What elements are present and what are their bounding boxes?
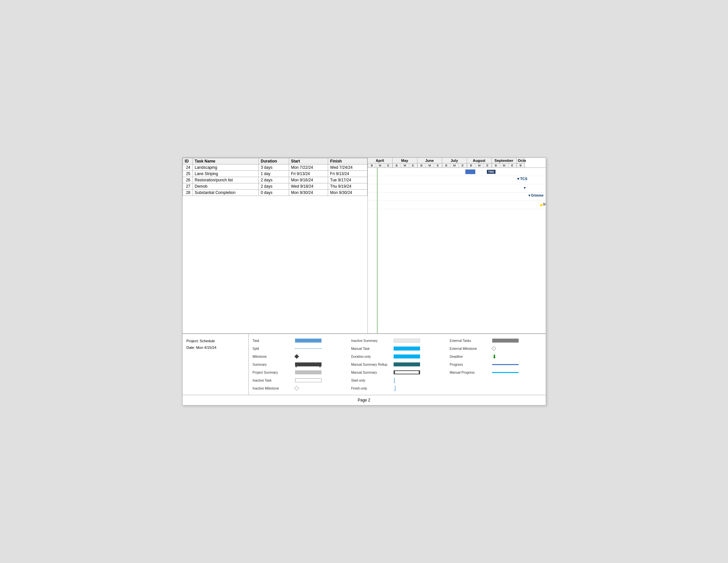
month-column: MayBME [393, 158, 417, 167]
legend-inactive-task-symbol [295, 378, 345, 383]
table-row: 28 Substantial Completion 0 days Mon 9/3… [183, 190, 367, 196]
cell-finish: Tue 9/17/24 [328, 177, 367, 183]
legend-proj-summary: Project Summary [253, 368, 345, 376]
month-label: April [368, 158, 392, 163]
sub-label: B [368, 163, 376, 167]
legend-man-sum-label: Manual Summary [351, 371, 391, 374]
chart-body: ▼TCS ▼ ▼Grimme ◆ 9/3 TBD [368, 168, 546, 333]
cell-id: 25 [183, 171, 193, 177]
legend-deadline: Deadline ⬇ [450, 353, 542, 361]
legend-task: Task [253, 337, 345, 345]
sub-label: B [492, 163, 500, 167]
sub-label: M [450, 163, 458, 167]
cell-finish: Mon 9/30/24 [328, 190, 367, 196]
legend-summary-symbol: ▼ ▼ [295, 362, 345, 367]
legend-inactive-ms-symbol [295, 386, 345, 391]
legend-man-sum: Manual Summary [351, 368, 443, 376]
legend-manual-task-symbol [394, 346, 443, 351]
month-label: May [393, 158, 417, 163]
legend-task-label: Task [253, 339, 292, 343]
legend-finish-only-label: Finish-only [351, 387, 391, 390]
cell-duration: 2 days [259, 183, 289, 190]
legend-milestone-label: Milestone [253, 355, 292, 359]
legend-split-label: Split [253, 347, 292, 351]
col-header-duration: Duration [259, 158, 289, 164]
arrow-26: ▼ [523, 186, 527, 190]
legend-duration-only: Duration-only [351, 353, 443, 361]
today-line [377, 168, 377, 333]
legend-inactive-sum-symbol [394, 338, 443, 343]
month-label: June [417, 158, 442, 163]
legend-col1: Task Split Milestone Summary ▼ [253, 337, 345, 392]
sub-label: B [467, 163, 475, 167]
legend-col3: External Tasks External Milestone Deadli… [450, 337, 542, 392]
gantt-area: ID Task Name Duration Start Finish 24 La… [183, 158, 546, 334]
month-label: September [492, 158, 516, 163]
chart-row-24 [368, 168, 546, 176]
legend-grid: Task Split Milestone Summary ▼ [249, 334, 546, 395]
legend-project-info: Project: Schedule Date: Mon 4/15/24 [183, 334, 249, 395]
legend-deadline-label: Deadline [450, 355, 490, 359]
cell-start: Mon 9/16/24 [289, 177, 328, 183]
month-column: OctoB [517, 158, 525, 167]
sub-label: E [483, 163, 492, 167]
legend-man-progress: Manual Progress [450, 368, 542, 376]
month-label: July [442, 158, 467, 163]
month-label: August [467, 158, 492, 163]
sub-label: E [458, 163, 467, 167]
legend-summary: Summary ▼ ▼ [253, 361, 345, 368]
cell-id: 28 [183, 190, 193, 196]
cell-name: Landscaping [193, 164, 259, 171]
table-row: 26 Restoration/punch list 2 days Mon 9/1… [183, 177, 367, 183]
legend-milestone-symbol [295, 354, 345, 359]
legend-inactive-ms: Inactive Milestone [253, 384, 345, 392]
legend-finish-only-symbol: ⌋ [394, 386, 443, 391]
legend-milestone: Milestone [253, 353, 345, 361]
sub-label: B [442, 163, 450, 167]
cell-duration: 2 days [259, 177, 289, 183]
chart-row-27: ▼Grimme [368, 193, 546, 201]
chart-row-25: ▼TCS [368, 176, 546, 184]
legend-duration-only-label: Duration-only [351, 355, 391, 359]
page-container: ID Task Name Duration Start Finish 24 La… [182, 157, 546, 406]
legend-man-sum-rollup: Manual Summary Rollup [351, 361, 443, 368]
legend-inactive-sum-label: Inactive Summary [351, 339, 391, 343]
legend-inactive-task-label: Inactive Task [253, 379, 292, 382]
sub-label: E [384, 163, 392, 167]
project-label1: Project: Schedule [187, 338, 244, 345]
legend-ext-tasks-symbol [492, 338, 542, 343]
table-row: 24 Landscaping 3 days Mon 7/22/24 Wed 7/… [183, 164, 367, 171]
milestone-date-28: 9/3 [543, 202, 546, 206]
legend-start-only: Start-only ⌊ [351, 376, 443, 384]
cell-start: Mon 7/22/24 [289, 164, 328, 171]
legend-finish-only: Finish-only ⌋ [351, 384, 443, 392]
col-header-name: Task Name [193, 158, 259, 164]
legend-manual-task: Manual Task [351, 345, 443, 353]
legend-deadline-symbol: ⬇ [492, 354, 542, 359]
col-header-start: Start [289, 158, 328, 164]
cell-duration: 3 days [259, 164, 289, 171]
cell-start: Mon 9/30/24 [289, 190, 328, 196]
table-row: 27 Demob 2 days Wed 9/18/24 Thu 9/19/24 [183, 183, 367, 190]
legend-progress: Progress [450, 361, 542, 368]
legend-summary-label: Summary [253, 363, 292, 367]
page-footer: Page 2 [183, 395, 546, 405]
task-table: ID Task Name Duration Start Finish 24 La… [183, 158, 368, 333]
col-header-finish: Finish [328, 158, 367, 164]
cell-start: Wed 9/18/24 [289, 183, 328, 190]
legend-man-progress-label: Manual Progress [450, 371, 490, 374]
month-column: JuneBME [417, 158, 442, 167]
chart-area: AprilBMEMayBMEJuneBMEJulyBMEAugustBMESep… [368, 158, 546, 333]
month-column: SeptemberBME [492, 158, 517, 167]
sub-label: M [425, 163, 434, 167]
cell-duration: 0 days [259, 190, 289, 196]
legend-man-sum-symbol [394, 370, 443, 375]
legend-split-symbol [295, 346, 345, 351]
cell-start: Fri 9/13/24 [289, 171, 328, 177]
legend-inactive-sum: Inactive Summary [351, 337, 443, 345]
cell-id: 24 [183, 164, 193, 171]
legend-split: Split [253, 345, 345, 353]
legend-inactive-ms-label: Inactive Milestone [253, 387, 292, 390]
cell-name: Restoration/punch list [193, 177, 259, 183]
legend-ext-ms-label: External Milestone [450, 347, 490, 351]
